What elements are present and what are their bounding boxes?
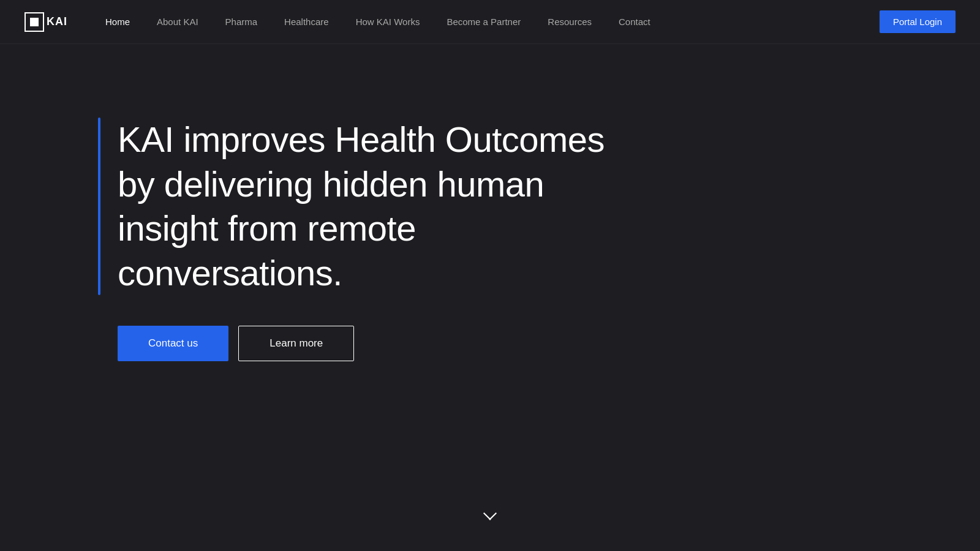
- nav-contact[interactable]: Contact: [605, 0, 664, 44]
- chevron-down-icon: [481, 515, 499, 527]
- nav-about[interactable]: About KAI: [143, 0, 212, 44]
- contact-us-button[interactable]: Contact us: [118, 326, 228, 361]
- hero-buttons: Contact us Learn more: [118, 326, 649, 361]
- hero-accent-bar: [98, 118, 100, 295]
- logo[interactable]: KAI: [24, 12, 67, 32]
- navbar: KAI Home About KAI Pharma Healthcare How…: [0, 0, 980, 44]
- scroll-indicator[interactable]: [481, 515, 499, 527]
- nav-pharma[interactable]: Pharma: [212, 0, 271, 44]
- logo-icon-inner: [30, 18, 39, 26]
- logo-icon: [24, 12, 44, 32]
- nav-how-kai-works[interactable]: How KAI Works: [342, 0, 434, 44]
- hero-headline-wrapper: KAI improves Health Outcomes by deliveri…: [98, 118, 649, 295]
- hero-section: KAI improves Health Outcomes by deliveri…: [0, 44, 980, 361]
- nav-become-partner[interactable]: Become a Partner: [433, 0, 534, 44]
- portal-login-button[interactable]: Portal Login: [880, 10, 956, 33]
- hero-headline: KAI improves Health Outcomes by deliveri…: [118, 118, 649, 295]
- nav-links: Home About KAI Pharma Healthcare How KAI…: [92, 0, 873, 44]
- logo-text: KAI: [47, 15, 67, 28]
- nav-healthcare[interactable]: Healthcare: [271, 0, 342, 44]
- nav-home[interactable]: Home: [92, 0, 143, 44]
- learn-more-button[interactable]: Learn more: [238, 326, 354, 361]
- nav-resources[interactable]: Resources: [534, 0, 605, 44]
- hero-content: KAI improves Health Outcomes by deliveri…: [98, 118, 649, 361]
